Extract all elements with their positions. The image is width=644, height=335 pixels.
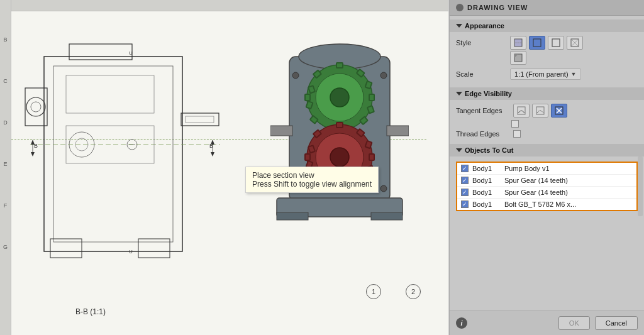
ruler-e: E (3, 161, 7, 167)
section-appearance[interactable]: Appearance (450, 19, 644, 32)
obj-name-2: Spur Gear (14 teeth) (504, 177, 633, 184)
style-btn-shaded2[interactable] (510, 51, 526, 65)
style-row2 (510, 51, 638, 65)
svg-point-4 (31, 102, 41, 112)
svg-rect-15 (66, 75, 154, 113)
svg-point-65 (380, 72, 387, 79)
tangent-checkbox-input[interactable] (511, 120, 519, 128)
section-edge-visibility[interactable]: Edge Visibility (450, 87, 644, 100)
circle-marker-2: 2 (406, 284, 421, 299)
obj-checkbox-1[interactable] (461, 165, 469, 172)
svg-point-3 (26, 97, 45, 116)
scale-controls[interactable]: 1:1 (From parent) ▼ (510, 69, 581, 80)
obj-body-1: Body1 (472, 165, 501, 172)
svg-rect-1 (53, 66, 173, 242)
svg-marker-20 (31, 152, 35, 157)
svg-rect-6 (181, 113, 219, 126)
objects-to-cut-label: Objects To Cut (465, 146, 513, 154)
svg-rect-33 (387, 126, 409, 136)
scale-value: 1:1 (From parent) (514, 70, 569, 78)
style-label: Style (456, 39, 506, 47)
ruler-f: F (4, 202, 8, 209)
style-btn-hidden-removed[interactable] (548, 36, 564, 50)
objects-table: Body1 Pump Body v1 Body1 Spur Gear (14 t… (456, 162, 638, 211)
svg-point-64 (292, 72, 299, 79)
ruler-g: G (3, 244, 8, 250)
svg-text:B: B (34, 143, 38, 149)
svg-marker-19 (31, 140, 35, 145)
obj-body-2: Body1 (472, 177, 501, 184)
obj-body-3: Body1 (472, 189, 501, 196)
footer-buttons: OK Cancel (558, 316, 638, 330)
ruler-left: B C D E F G (0, 0, 11, 335)
tangent-row: Tangent Edges (456, 104, 638, 118)
triangle-objects (456, 148, 462, 152)
edge-visibility-label: Edge Visibility (465, 90, 512, 97)
obj-checkbox-3[interactable] (461, 189, 469, 196)
scale-dropdown-arrow: ▼ (571, 71, 577, 77)
obj-name-1: Pump Body v1 (504, 165, 633, 172)
right-panel: DRAWING VIEW Appearance Style (449, 0, 644, 335)
ruler-top (0, 0, 448, 11)
tangent-controls (513, 104, 567, 118)
svg-rect-39 (305, 94, 310, 101)
obj-checkbox-4[interactable] (461, 200, 469, 208)
panel-header-dot (456, 4, 464, 11)
style-btn-shaded-hidden[interactable] (510, 36, 526, 50)
style-row: Style (456, 36, 638, 50)
gear-assembly (270, 38, 409, 264)
svg-rect-51 (336, 123, 343, 128)
drawing-area: B C D E F G (0, 0, 449, 335)
circle-marker-1: 1 (366, 284, 381, 299)
tangent-label: Tangent Edges (456, 107, 509, 114)
table-row: Body1 Spur Gear (14 teeth) (457, 175, 636, 187)
label-bb: B-B (1:1) (75, 307, 106, 316)
svg-text:U: U (129, 50, 133, 56)
cancel-button[interactable]: Cancel (595, 316, 638, 330)
scale-row: Scale 1:1 (From parent) ▼ (456, 69, 638, 80)
tangent-btn-font[interactable] (532, 104, 548, 118)
tangent-btn-removed[interactable] (551, 104, 567, 118)
svg-rect-70 (533, 39, 541, 47)
triangle-appearance (456, 24, 462, 28)
style-btn-shaded[interactable] (529, 36, 545, 50)
svg-rect-53 (369, 154, 374, 160)
ruler-d: D (3, 119, 8, 126)
technical-drawing: B U U B (19, 19, 226, 308)
scale-label: Scale (456, 70, 506, 78)
svg-point-63 (330, 148, 349, 167)
thread-row: Thread Edges (456, 130, 638, 138)
tooltip-line2: Press Shift to toggle view alignment (252, 180, 372, 189)
svg-rect-7 (186, 116, 214, 123)
ruler-b: B (3, 36, 7, 43)
ok-button[interactable]: OK (558, 316, 590, 330)
svg-rect-36 (336, 63, 343, 68)
style-btn-wireframe[interactable] (567, 36, 583, 50)
panel-body: Appearance Style (450, 16, 644, 310)
tooltip-line1: Place section view (252, 171, 372, 180)
obj-checkbox-2[interactable] (461, 177, 469, 184)
tangent-btn-visible[interactable] (513, 104, 530, 118)
scrollbar[interactable] (638, 157, 643, 216)
panel-title: DRAWING VIEW (467, 4, 528, 11)
svg-rect-71 (552, 39, 560, 47)
svg-rect-54 (305, 154, 310, 160)
thread-label: Thread Edges (456, 130, 509, 138)
svg-rect-30 (277, 212, 308, 220)
svg-rect-32 (270, 126, 292, 136)
svg-rect-0 (44, 57, 182, 251)
table-row: Body1 Spur Gear (14 teeth) (457, 187, 636, 199)
objects-to-cut-content: Body1 Pump Body v1 Body1 Spur Gear (14 t… (450, 157, 644, 216)
style-controls (510, 36, 583, 50)
panel-footer: i OK Cancel (450, 310, 644, 335)
table-row: Body1 Bolt GB_T 5782 M6 x... (457, 199, 636, 210)
section-objects-to-cut[interactable]: Objects To Cut (450, 144, 644, 157)
triangle-edge (456, 92, 462, 96)
appearance-label: Appearance (465, 22, 504, 30)
info-button[interactable]: i (456, 317, 467, 329)
svg-rect-31 (371, 212, 402, 220)
thread-checkbox[interactable] (513, 130, 521, 138)
svg-rect-13 (50, 239, 82, 258)
tangent-checkbox (511, 120, 638, 128)
obj-name-3: Spur Gear (14 teeth) (504, 189, 633, 196)
